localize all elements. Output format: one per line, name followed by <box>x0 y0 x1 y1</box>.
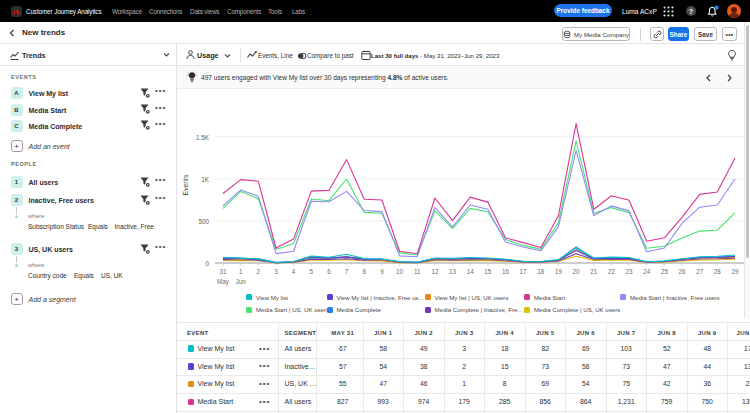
svg-text:10: 10 <box>396 268 404 275</box>
svg-text:May: May <box>217 278 230 286</box>
svg-text:17: 17 <box>520 268 528 275</box>
svg-text:Events: Events <box>182 174 189 195</box>
svg-text:11: 11 <box>414 268 421 275</box>
svg-text:24: 24 <box>643 268 651 275</box>
svg-text:21: 21 <box>590 268 598 275</box>
svg-text:19: 19 <box>555 268 563 275</box>
svg-text:15: 15 <box>484 268 492 275</box>
svg-text:20: 20 <box>573 268 581 275</box>
svg-text:8: 8 <box>362 268 366 275</box>
svg-text:13: 13 <box>449 268 457 275</box>
svg-text:29: 29 <box>731 268 739 275</box>
svg-text:7: 7 <box>345 268 349 275</box>
svg-text:Jun: Jun <box>236 278 247 285</box>
svg-text:0: 0 <box>205 260 209 267</box>
svg-text:500: 500 <box>198 218 209 225</box>
svg-text:1.5K: 1.5K <box>196 134 210 141</box>
svg-text:12: 12 <box>431 268 439 275</box>
svg-text:27: 27 <box>696 268 704 275</box>
svg-text:14: 14 <box>467 268 475 275</box>
svg-text:5: 5 <box>310 268 314 275</box>
svg-text:1: 1 <box>239 268 243 275</box>
svg-text:16: 16 <box>502 268 510 275</box>
svg-text:28: 28 <box>714 268 722 275</box>
svg-text:1K: 1K <box>201 176 210 183</box>
svg-text:31: 31 <box>219 268 227 275</box>
svg-text:4: 4 <box>292 268 296 275</box>
svg-text:18: 18 <box>537 268 545 275</box>
svg-text:3: 3 <box>274 268 278 275</box>
svg-text:6: 6 <box>327 268 331 275</box>
svg-text:22: 22 <box>608 268 616 275</box>
svg-text:26: 26 <box>678 268 686 275</box>
svg-text:2: 2 <box>257 268 261 275</box>
svg-text:23: 23 <box>626 268 634 275</box>
svg-text:25: 25 <box>661 268 669 275</box>
svg-text:9: 9 <box>380 268 384 275</box>
